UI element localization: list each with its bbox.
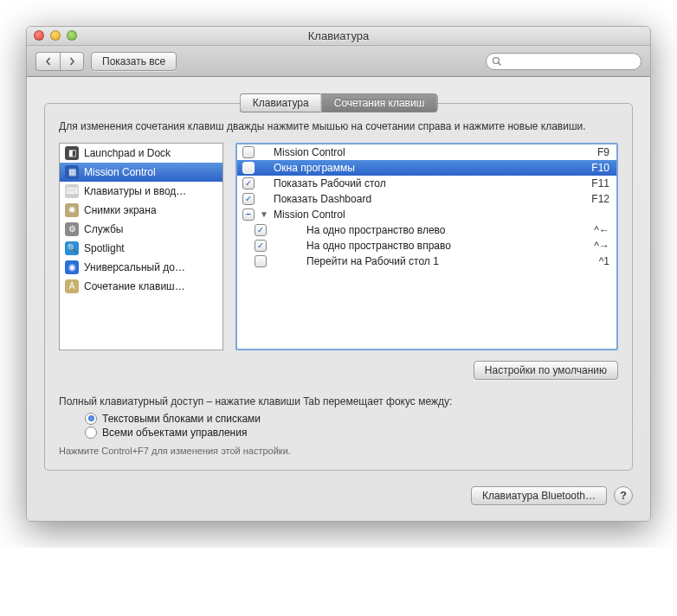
shortcut-label: Показать Dashboard	[274, 193, 561, 205]
access-hint: Нажмите Control+F7 для изменения этой на…	[59, 446, 618, 456]
shortcut-group-row[interactable]: –▼Mission Control	[237, 207, 616, 222]
shortcut-key[interactable]: ^→	[566, 240, 609, 252]
svg-line-1	[499, 62, 501, 65]
back-button[interactable]	[35, 52, 60, 71]
shortcut-label: Показать Рабочий стол	[274, 177, 561, 189]
checkbox[interactable]	[242, 162, 255, 174]
show-all-label: Показать все	[102, 55, 165, 67]
tab-group-frame: Клавиатура Сочетания клавиш Для изменени…	[44, 103, 633, 471]
tab-bar: Клавиатура Сочетания клавиш	[240, 93, 438, 112]
titlebar[interactable]: Клавиатура	[27, 27, 650, 46]
category-label: Launchpad и Dock	[84, 147, 171, 159]
radio-text-lists[interactable]: Текстовыми блоками и списками	[85, 413, 618, 425]
radio-icon	[85, 427, 97, 439]
shortcut-row[interactable]: ✓Показать Рабочий столF11	[237, 176, 616, 191]
show-all-button[interactable]: Показать все	[91, 52, 177, 71]
category-icon: A	[65, 279, 79, 293]
zoom-icon[interactable]	[67, 30, 77, 41]
category-item[interactable]: AСочетание клавиш…	[60, 277, 222, 296]
window-controls	[34, 30, 77, 41]
nav-segment	[35, 52, 84, 71]
category-label: Mission Control	[84, 166, 156, 178]
category-icon: ◉	[65, 260, 79, 274]
category-label: Службы	[84, 223, 123, 235]
category-icon: ⚙	[65, 222, 79, 236]
shortcut-row[interactable]: ✓Показать DashboardF12	[237, 191, 616, 207]
restore-defaults-button[interactable]: Настройки по умолчанию	[474, 361, 618, 380]
checkbox[interactable]: –	[242, 209, 255, 221]
shortcut-label: Перейти на Рабочий стол 1	[306, 255, 561, 267]
close-icon[interactable]	[34, 30, 44, 41]
category-icon: ◧	[65, 146, 79, 160]
checkbox[interactable]: ✓	[255, 224, 267, 236]
window-title: Клавиатура	[34, 29, 643, 42]
radio-icon	[85, 413, 97, 425]
shortcut-label: Mission Control	[274, 209, 561, 221]
shortcut-key[interactable]: F12	[566, 193, 609, 205]
shortcut-label: Mission Control	[274, 146, 561, 158]
category-icon: ⌨	[65, 184, 79, 198]
category-label: Сочетание клавиш…	[84, 280, 185, 292]
chevron-right-icon	[68, 57, 76, 66]
shortcut-label: Окна программы	[274, 162, 561, 174]
shortcut-label: На одно пространство влево	[306, 224, 561, 236]
search-input[interactable]	[506, 56, 635, 67]
checkbox[interactable]	[255, 255, 267, 267]
shortcut-key[interactable]: F9	[566, 146, 609, 158]
forward-button[interactable]	[60, 52, 84, 71]
checkbox[interactable]: ✓	[242, 193, 255, 205]
chevron-left-icon	[44, 57, 53, 66]
search-field[interactable]	[486, 53, 642, 70]
category-item[interactable]: ⚙Службы	[60, 220, 222, 239]
shortcut-row[interactable]: ✓На одно пространство влево^←	[237, 222, 616, 238]
checkbox[interactable]: ✓	[242, 177, 255, 189]
shortcut-row[interactable]: Окна программыF10	[237, 160, 616, 176]
shortcut-key[interactable]: ^←	[566, 224, 609, 236]
radio-label: Текстовыми блоками и списками	[102, 413, 261, 425]
shortcut-label: На одно пространство вправо	[306, 240, 561, 252]
category-label: Клавиатуры и ввод…	[84, 185, 186, 197]
category-item[interactable]: ✺Снимки экрана	[60, 201, 222, 220]
minimize-icon[interactable]	[50, 30, 61, 41]
category-item[interactable]: ◧Launchpad и Dock	[60, 144, 222, 163]
instructions-text: Для изменения сочетания клавиш дважды на…	[59, 119, 618, 134]
svg-point-0	[493, 57, 500, 63]
shortcut-key[interactable]: ^1	[566, 255, 609, 267]
category-list[interactable]: ◧Launchpad и Dock▦Mission Control⌨Клавиа…	[59, 143, 223, 350]
shortcut-row[interactable]: Mission ControlF9	[237, 144, 616, 160]
footer: Клавиатура Bluetooth… ?	[44, 486, 633, 505]
category-item[interactable]: 🔍Spotlight	[60, 239, 222, 258]
shortcut-row[interactable]: Перейти на Рабочий стол 1^1	[237, 253, 616, 269]
checkbox[interactable]	[242, 146, 255, 158]
full-keyboard-access-section: Полный клавиатурный доступ – нажатие кла…	[59, 395, 618, 456]
category-item[interactable]: ◉Универсальный до…	[60, 258, 222, 277]
preferences-window: Клавиатура Показать все Клавиатура Сочет…	[26, 26, 651, 522]
access-label: Полный клавиатурный доступ – нажатие кла…	[59, 395, 618, 407]
search-icon	[492, 56, 502, 67]
radio-label: Всеми объектами управления	[102, 427, 247, 439]
bluetooth-keyboard-button[interactable]: Клавиатура Bluetooth…	[471, 486, 607, 505]
shortcut-list[interactable]: Mission ControlF9Окна программыF10✓Показ…	[235, 143, 618, 350]
shortcut-row[interactable]: ✓На одно пространство вправо^→	[237, 238, 616, 253]
category-label: Spotlight	[84, 242, 125, 254]
help-icon: ?	[620, 489, 627, 502]
category-label: Снимки экрана	[84, 204, 157, 216]
checkbox[interactable]: ✓	[255, 240, 267, 252]
category-item[interactable]: ⌨Клавиатуры и ввод…	[60, 182, 222, 201]
toolbar: Показать все	[27, 46, 650, 77]
radio-all-controls[interactable]: Всеми объектами управления	[85, 427, 618, 439]
tab-shortcuts[interactable]: Сочетания клавиш	[321, 93, 438, 112]
category-item[interactable]: ▦Mission Control	[60, 163, 222, 182]
category-icon: 🔍	[65, 241, 79, 255]
shortcut-key[interactable]: F10	[566, 162, 609, 174]
category-icon: ▦	[65, 165, 79, 179]
shortcut-key[interactable]: F11	[566, 177, 609, 189]
tab-keyboard[interactable]: Клавиатура	[240, 93, 321, 112]
category-icon: ✺	[65, 203, 79, 217]
category-label: Универсальный до…	[84, 261, 185, 273]
help-button[interactable]: ?	[614, 486, 633, 505]
disclosure-icon[interactable]: ▼	[260, 209, 268, 219]
split-panes: ◧Launchpad и Dock▦Mission Control⌨Клавиа…	[59, 143, 618, 350]
content-area: Клавиатура Сочетания клавиш Для изменени…	[27, 77, 650, 521]
